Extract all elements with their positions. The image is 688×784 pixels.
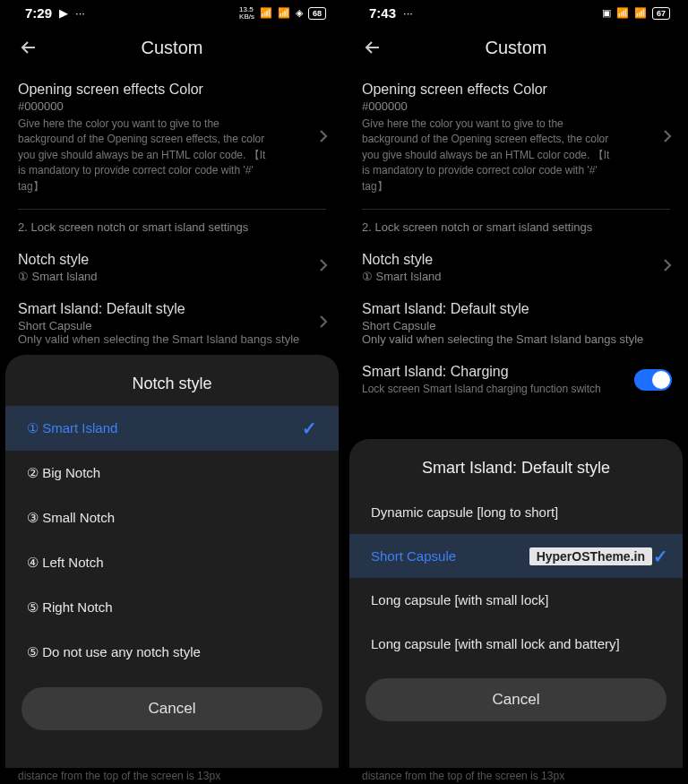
option-label: ⑤ Right Notch [27,599,113,615]
watermark-badge: HyperOSTheme.in [529,547,652,565]
row-title: Smart Island: Default style [18,301,326,317]
option-label: Short Capsule [371,548,456,564]
opening-color-row[interactable]: Opening screen effects Color #000000 Giv… [344,73,688,203]
page-title: Custom [142,38,203,58]
sheet-option-right-notch[interactable]: ⑤ Right Notch [5,585,339,630]
status-bar: 7:29 ▶ ··· 13.5KB/s 📶 📶 ◈ 68 [0,0,344,26]
footer-text: distance from the top of the screen is 1… [18,770,326,782]
section-label: 2. Lock screen notch or smart island set… [0,220,344,243]
signal-icon: 📶 [260,7,272,19]
default-style-row[interactable]: Smart Island: Default style Short Capsul… [0,292,344,355]
signal-icon: 📶 [634,7,647,19]
sheet-option-short-capsule[interactable]: Short Capsule HyperOSTheme.in ✓ [349,534,683,578]
speed-icon: 13.5KB/s [239,6,254,21]
option-label: ④ Left Notch [27,555,104,570]
divider [362,209,670,210]
status-time: 7:43 [369,5,396,21]
signal-icon: 📶 [278,7,290,19]
option-label: Long capsule [with small lock] [371,592,548,607]
header: Custom [344,26,688,73]
footer-text: distance from the top of the screen is 1… [362,770,670,782]
wifi-icon: ◈ [296,7,303,19]
charging-toggle[interactable] [634,369,672,391]
sheet-option-long-capsule-lock-battery[interactable]: Long capsule [with small lock and batter… [349,622,683,666]
left-screenshot: 7:29 ▶ ··· 13.5KB/s 📶 📶 ◈ 68 Custom Open… [0,0,344,784]
row-subtitle: ① Smart Island [362,270,670,283]
row-title: Opening screen effects Color [18,82,326,98]
more-icon: ··· [403,6,413,20]
row-title: Smart Island: Default style [362,301,670,317]
page-title: Custom [486,38,547,58]
option-label: ③ Small Notch [27,510,115,525]
notch-style-row[interactable]: Notch style ① Smart Island [0,243,344,292]
row-description: Give here the color you want to give to … [362,116,670,194]
default-style-row[interactable]: Smart Island: Default style Short Capsul… [344,292,688,355]
option-label: ② Big Notch [27,465,100,480]
row-description: Lock screen Smart Island charging functi… [362,382,670,397]
charging-row[interactable]: Smart Island: Charging Lock screen Smart… [344,355,688,406]
back-button[interactable] [358,33,387,62]
bottom-sheet-notch-style: Notch style ① Smart Island ✓ ② Big Notch… [5,355,339,768]
sheet-option-big-notch[interactable]: ② Big Notch [5,451,339,495]
sheet-option-no-notch[interactable]: ⑤ Do not use any notch style [5,630,339,675]
row-description: Only valid when selecting the Smart Isla… [362,332,670,346]
check-icon: ✓ [653,546,668,567]
option-label: Long capsule [with small lock and batter… [371,636,620,651]
sheet-option-dynamic-capsule[interactable]: Dynamic capsule [long to short] [349,490,683,534]
check-icon: ✓ [302,418,317,439]
row-title: Smart Island: Charging [362,364,670,380]
more-icon: ··· [75,6,85,20]
row-description: Only valid when selecting the Smart Isla… [18,332,326,346]
sheet-option-smart-island[interactable]: ① Smart Island ✓ [5,406,339,451]
battery-icon: 67 [652,7,670,20]
signal-icon: 📶 [616,7,629,19]
row-title: Opening screen effects Color [362,82,670,98]
row-subtitle: ① Smart Island [18,270,326,283]
sheet-title: Notch style [5,355,339,406]
chevron-right-icon [663,129,672,147]
row-title: Notch style [362,252,670,268]
chevron-right-icon [319,129,328,147]
toggle-knob [652,371,670,389]
cancel-button[interactable]: Cancel [22,687,322,730]
opening-color-row[interactable]: Opening screen effects Color #000000 Giv… [0,73,344,203]
sheet-option-left-notch[interactable]: ④ Left Notch [5,540,339,585]
divider [18,209,326,210]
sheet-title: Smart Island: Default style [349,439,683,490]
sheet-option-long-capsule-lock[interactable]: Long capsule [with small lock] [349,578,683,622]
sheet-option-small-notch[interactable]: ③ Small Notch [5,495,339,540]
bottom-sheet-default-style: Smart Island: Default style Dynamic caps… [349,439,683,768]
youtube-icon: ▶ [59,6,68,20]
back-button[interactable] [14,33,43,62]
notch-style-row[interactable]: Notch style ① Smart Island [344,243,688,292]
row-subtitle: Short Capsule [362,319,670,332]
row-description: Give here the color you want to give to … [18,116,326,194]
chevron-right-icon [319,258,328,276]
vpn-icon: ▣ [602,7,611,19]
chevron-right-icon [663,258,672,276]
header: Custom [0,26,344,73]
cancel-button[interactable]: Cancel [366,678,666,721]
option-label: ⑤ Do not use any notch style [27,644,201,659]
row-title: Notch style [18,252,326,268]
chevron-right-icon [319,314,328,332]
right-screenshot: 7:43 ··· ▣ 📶 📶 67 Custom Opening screen … [344,0,688,784]
status-time: 7:29 [25,5,52,21]
row-subtitle: Short Capsule [18,319,326,332]
row-subtitle: #000000 [18,99,326,113]
option-label: ① Smart Island [27,420,117,435]
option-label: Dynamic capsule [long to short] [371,504,558,520]
status-bar: 7:43 ··· ▣ 📶 📶 67 [344,0,688,26]
row-subtitle: #000000 [362,99,670,113]
section-label: 2. Lock screen notch or smart island set… [344,220,688,243]
battery-icon: 68 [308,7,326,20]
